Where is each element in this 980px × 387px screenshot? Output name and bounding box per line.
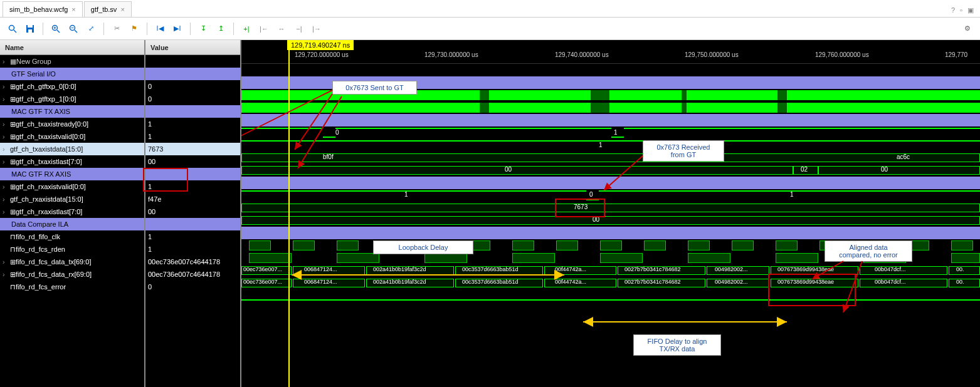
signal-divider[interactable]: GTF Serial I/O (0, 68, 144, 80)
marker-icon[interactable]: ⚑ (127, 21, 142, 36)
signal-row[interactable]: ›⊞ gtf_ch_txaxistvalid[0:0] (0, 130, 144, 143)
window-icons: ? ▫ ▣ (945, 4, 980, 17)
cut-icon[interactable]: ✂ (109, 21, 124, 36)
wave-row: 00 02 00 (241, 164, 980, 177)
value-cell: 00 (145, 155, 240, 168)
close-icon[interactable]: × (120, 6, 124, 13)
go-last-icon[interactable]: ▶I (170, 21, 185, 36)
value-cell: 0 (145, 281, 240, 293)
value-cell (145, 105, 240, 118)
search-icon[interactable] (5, 21, 20, 36)
wave-row: 0 1 (241, 126, 980, 139)
value-cell: 00ec736e007c4644178 (145, 268, 240, 281)
add-marker-icon[interactable]: +| (239, 21, 254, 36)
time-tick: 129,760.000000 us (815, 51, 869, 58)
value-cell: f47e (145, 193, 240, 205)
wave-row: 00 (241, 214, 980, 227)
next-marker-icon[interactable]: |→ (309, 21, 324, 36)
time-tick: 129,770 (945, 51, 967, 58)
time-ruler[interactable]: 129,720.000000 us 129,730.000000 us 129,… (241, 49, 980, 64)
waveform-main: Name ›▦ New Group GTF Serial I/O ›⊞ gtf_… (0, 40, 980, 387)
signal-row[interactable]: ›⊞ gtf_ch_txaxistready[0:0] (0, 118, 144, 130)
signal-row[interactable]: ›⊞ fifo_rd_fcs_data_tx[69:0] (0, 255, 144, 268)
signal-row[interactable]: ⊓ fifo_rd_fcs_rden (0, 243, 144, 255)
wave-row: 7673 (241, 202, 980, 214)
highlight-box (143, 168, 188, 192)
zoom-fit-icon[interactable]: ⤢ (83, 21, 98, 36)
callout-loopback: Loopback Delay (373, 240, 473, 254)
save-icon[interactable] (23, 21, 38, 36)
next-trans-icon[interactable]: ↥ (213, 21, 228, 36)
gear-icon[interactable]: ⚙ (960, 21, 975, 36)
waveform-area[interactable]: 129,719.490247 ns 129,720.000000 us 129,… (241, 40, 980, 387)
name-column: Name ›▦ New Group GTF Serial I/O ›⊞ gtf_… (0, 40, 145, 387)
value-cell: 1 (145, 118, 240, 130)
highlight-box (555, 199, 605, 217)
svg-rect-4 (28, 29, 32, 33)
wave-divider (241, 177, 980, 189)
signal-divider[interactable]: MAC GTF TX AXIS (0, 105, 144, 118)
value-column: Value 0 0 1 1 7673 00 1 f47e 00 1 1 00ec… (145, 40, 240, 387)
value-header: Value (145, 40, 240, 55)
time-tick: 129,740.000000 us (555, 51, 609, 58)
time-tick: 129,730.000000 us (424, 51, 478, 58)
tab-label: sim_tb_behav.wcfg (9, 6, 68, 13)
help-icon[interactable]: ? (951, 6, 955, 14)
signal-row[interactable]: ›gtf_ch_txaxistdata[15:0] (0, 143, 144, 155)
wave-divider (241, 114, 980, 126)
del-marker-icon[interactable]: −| (292, 21, 307, 36)
wave-row (241, 64, 980, 76)
wave-row (241, 101, 980, 114)
value-cell: 0 (145, 80, 240, 93)
signal-row[interactable]: ›gtf_ch_rxaxistdata[15:0] (0, 193, 144, 205)
zoom-in-icon[interactable] (48, 21, 63, 36)
value-cell: 1 (145, 130, 240, 143)
minimize-icon[interactable]: ▫ (960, 6, 962, 14)
cursor-line[interactable] (288, 40, 290, 387)
wave-row: 1 0 1 (241, 189, 980, 202)
wave-row: 1 (241, 139, 980, 152)
name-body: ›▦ New Group GTF Serial I/O ›⊞ gtf_ch_gt… (0, 55, 144, 387)
prev-trans-icon[interactable]: ↧ (196, 21, 211, 36)
value-cell (145, 55, 240, 68)
signal-row-group[interactable]: ›▦ New Group (0, 55, 144, 68)
signal-divider[interactable]: MAC GTF RX AXIS (0, 168, 144, 180)
go-first-icon[interactable]: I◀ (152, 21, 167, 36)
callout-sent: 0x7673 Sent to GT (332, 81, 417, 95)
wave-divider (241, 227, 980, 239)
value-cell: 00 (145, 205, 240, 218)
close-icon[interactable]: × (71, 6, 75, 13)
value-cell: 0 (145, 93, 240, 105)
value-cell (145, 218, 240, 230)
value-cell: 1 (145, 230, 240, 243)
svg-line-11 (75, 30, 77, 33)
signal-row[interactable]: ⊓ fifo_rd_fcs_error (0, 281, 144, 293)
signal-row[interactable]: ›⊞ fifo_rd_fcs_data_rx[69:0] (0, 268, 144, 281)
maximize-icon[interactable]: ▣ (967, 6, 974, 14)
signal-row[interactable]: ⊓ fifo_rd_fifo_clk (0, 230, 144, 243)
signal-row[interactable]: ›⊞ gtf_ch_rxaxistlast[7:0] (0, 205, 144, 218)
callout-received: 0x7673 Received from GT (643, 140, 724, 162)
swap-marker-icon[interactable]: ↔ (274, 21, 289, 36)
tab-wcfg[interactable]: sim_tb_behav.wcfg × (3, 1, 83, 17)
time-tick: 129,720.000000 us (295, 51, 349, 58)
value-body: 0 0 1 1 7673 00 1 f47e 00 1 1 00ec736e00… (145, 55, 240, 387)
signal-row[interactable]: ›⊞ gtf_ch_rxaxistvalid[0:0] (0, 180, 144, 193)
time-tick: 129,750.000000 us (685, 51, 739, 58)
wave-row: bf0f ac6c (241, 152, 980, 164)
tab-label: gtf_tb.sv (91, 6, 117, 13)
prev-marker-icon[interactable]: |← (256, 21, 271, 36)
signal-row[interactable]: ›⊞ gtf_ch_gtftxp_0[0:0] (0, 80, 144, 93)
svg-line-1 (14, 30, 16, 33)
name-header: Name (0, 40, 144, 55)
svg-rect-3 (28, 25, 33, 28)
tab-sv[interactable]: gtf_tb.sv × (84, 1, 132, 17)
zoom-out-icon[interactable] (66, 21, 81, 36)
toolbar: ⤢ ✂ ⚑ I◀ ▶I ↧ ↥ +| |← ↔ −| |→ ⚙ (0, 18, 980, 40)
svg-point-0 (9, 25, 14, 30)
signal-row[interactable]: ›⊞ gtf_ch_gtftxp_1[0:0] (0, 93, 144, 105)
wave-row: 00ec736e007... 006847124... 002a41b0b19f… (241, 277, 980, 289)
signal-row[interactable]: ›⊞ gtf_ch_txaxistlast[7:0] (0, 155, 144, 168)
signal-divider[interactable]: Data Compare ILA (0, 218, 144, 230)
file-tabs: sim_tb_behav.wcfg × gtf_tb.sv × ? ▫ ▣ (0, 0, 980, 18)
